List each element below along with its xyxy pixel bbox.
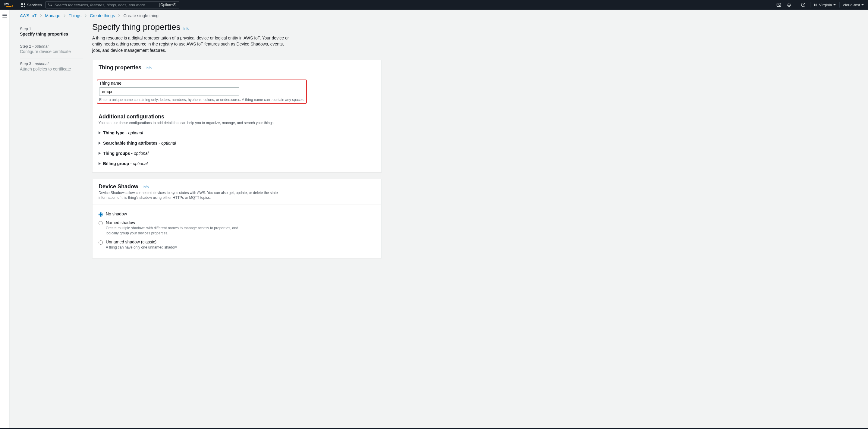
aws-logo[interactable]: aws <box>4 0 13 10</box>
separator <box>796 2 796 7</box>
caret-right-icon <box>98 141 101 144</box>
svg-rect-6 <box>24 4 25 5</box>
menu-toggle-icon[interactable] <box>2 14 7 18</box>
page-title: Specify thing properties <box>92 22 181 32</box>
device-shadow-desc: Device Shadows allow connected devices t… <box>98 190 285 201</box>
chevron-right-icon <box>118 13 120 18</box>
step-title: Attach policies to certificate <box>20 67 83 71</box>
info-link[interactable]: Info <box>146 66 152 70</box>
breadcrumb-current: Create single thing <box>123 13 158 18</box>
shadow-option-unnamed[interactable]: Unnamed shadow (classic) A thing can hav… <box>98 238 375 252</box>
expand-billing-group[interactable]: Billing group - optional <box>98 161 375 166</box>
step-title: Configure device certificate <box>20 49 83 54</box>
breadcrumb-link[interactable]: Create things <box>90 13 115 18</box>
cloudshell-icon[interactable] <box>775 1 782 8</box>
search-icon <box>48 2 52 7</box>
additional-config-desc: You can use these configurations to add … <box>98 121 375 126</box>
caret-right-icon <box>98 152 101 155</box>
side-rail <box>0 10 10 428</box>
chevron-right-icon <box>63 13 66 18</box>
thing-name-input[interactable] <box>99 87 239 96</box>
chevron-down-icon <box>833 4 836 5</box>
step-title: Specify thing properties <box>20 32 83 36</box>
radio-no-shadow[interactable] <box>98 212 103 217</box>
wizard-step-2: Step 2 - optional Configure device certi… <box>20 41 83 58</box>
radio-label: No shadow <box>106 211 127 216</box>
search-input[interactable] <box>55 3 157 7</box>
top-nav: aws Services <box>0 0 868 10</box>
search-shortcut: [Option+S] <box>159 3 177 7</box>
svg-rect-1 <box>21 3 22 4</box>
svg-rect-7 <box>21 6 22 7</box>
breadcrumb-link[interactable]: AWS IoT <box>20 13 37 18</box>
services-menu-button[interactable]: Services <box>21 3 42 7</box>
svg-text:aws: aws <box>4 2 9 5</box>
caret-right-icon <box>98 162 101 165</box>
chevron-right-icon <box>40 13 42 18</box>
footer-bar <box>0 428 868 429</box>
radio-label: Named shadow <box>106 220 244 225</box>
radio-unnamed-shadow[interactable] <box>98 240 103 244</box>
shadow-option-named[interactable]: Named shadow Create multiple shadows wit… <box>98 219 375 238</box>
account-label: cloud-test <box>843 3 860 7</box>
thing-name-label: Thing name <box>99 81 304 86</box>
breadcrumb-link[interactable]: Things <box>69 13 82 18</box>
separator <box>810 2 810 7</box>
info-link[interactable]: Info <box>143 185 149 189</box>
services-label: Services <box>27 3 42 7</box>
radio-description: A thing can have only one unnamed shadow… <box>106 245 178 250</box>
separator <box>839 2 840 7</box>
chevron-right-icon <box>84 13 87 18</box>
wizard-step-1: Step 1 Specify thing properties <box>20 24 83 41</box>
chevron-down-icon <box>861 4 864 5</box>
radio-named-shadow[interactable] <box>98 221 103 225</box>
region-label: N. Virginia <box>814 3 832 7</box>
device-shadow-panel: Device Shadow Info Device Shadows allow … <box>92 179 381 258</box>
wizard-steps: Step 1 Specify thing properties Step 2 -… <box>20 22 83 258</box>
global-search[interactable]: [Option+S] <box>45 1 179 8</box>
svg-rect-5 <box>22 4 23 5</box>
expand-thing-groups[interactable]: Thing groups - optional <box>98 151 375 156</box>
radio-label: Unnamed shadow (classic) <box>106 239 178 244</box>
breadcrumb: AWS IoT Manage Things Create things Crea… <box>20 13 858 18</box>
svg-point-15 <box>803 6 804 6</box>
panel-title: Device Shadow <box>98 184 138 190</box>
info-link[interactable]: Info <box>184 27 190 31</box>
shadow-option-none[interactable]: No shadow <box>98 210 375 219</box>
thing-properties-panel: Thing properties Info Thing name Enter a… <box>92 60 381 172</box>
additional-config-title: Additional configurations <box>98 113 375 120</box>
step-number: Step 3 - optional <box>20 62 83 66</box>
svg-point-10 <box>49 3 51 5</box>
svg-rect-2 <box>22 3 23 4</box>
page-description: A thing resource is a digital representa… <box>92 35 291 53</box>
grid-icon <box>21 3 25 7</box>
radio-description: Create multiple shadows with different n… <box>106 226 244 236</box>
help-icon[interactable] <box>800 1 807 8</box>
wizard-step-3: Step 3 - optional Attach policies to cer… <box>20 58 83 76</box>
step-number: Step 1 <box>20 27 83 31</box>
step-number: Step 2 - optional <box>20 44 83 48</box>
svg-rect-8 <box>22 6 23 7</box>
svg-rect-4 <box>21 4 22 5</box>
caret-right-icon <box>98 131 101 134</box>
svg-rect-9 <box>24 6 25 7</box>
svg-line-11 <box>51 5 52 6</box>
region-selector[interactable]: N. Virginia <box>814 3 836 7</box>
expand-searchable-attributes[interactable]: Searchable thing attributes - optional <box>98 141 375 145</box>
breadcrumb-link[interactable]: Manage <box>45 13 61 18</box>
account-selector[interactable]: cloud-test <box>843 3 864 7</box>
separator <box>17 2 17 7</box>
panel-title: Thing properties <box>98 64 141 71</box>
svg-rect-3 <box>24 3 25 4</box>
notifications-icon[interactable] <box>786 1 792 8</box>
thing-name-constraint: Enter a unique name containing only: let… <box>99 98 304 102</box>
thing-name-highlight: Thing name Enter a unique name containin… <box>97 79 307 104</box>
expand-thing-type[interactable]: Thing type - optional <box>98 130 375 135</box>
